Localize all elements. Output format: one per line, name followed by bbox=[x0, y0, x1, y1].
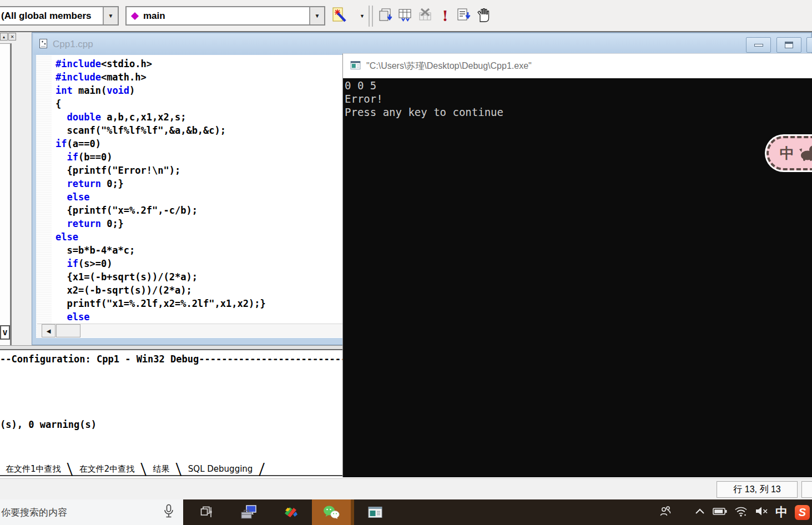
console-taskbar-button[interactable] bbox=[354, 499, 396, 525]
hand-icon bbox=[476, 7, 490, 25]
scroll-left-button[interactable]: ◀ bbox=[42, 324, 56, 337]
members-combo-dropdown-icon[interactable]: ▼ bbox=[103, 7, 118, 24]
people-icon[interactable] bbox=[659, 505, 672, 519]
taskbar: 你要搜索的内容 bbox=[0, 499, 812, 525]
task-view-button[interactable] bbox=[185, 499, 228, 525]
workspace-panel bbox=[0, 43, 12, 350]
wizardbar-dropdown-icon[interactable]: ▼ bbox=[360, 13, 365, 19]
function-combo[interactable]: main ▼ bbox=[125, 6, 325, 26]
stop-build-button[interactable] bbox=[415, 7, 435, 26]
output-tab-1[interactable]: 在文件1中查找 bbox=[0, 464, 67, 474]
restore-icon bbox=[785, 42, 793, 48]
console-title-bar[interactable]: "C:\Users\苏瑾\Desktop\Debug\Cpp1.exe" bbox=[343, 54, 812, 78]
workspace-pane-sliver: ▴ ✕ v bbox=[0, 32, 32, 345]
build-icon bbox=[397, 7, 413, 25]
close-button[interactable] bbox=[806, 37, 812, 53]
editor-title-bar[interactable]: Cpp1.cpp bbox=[33, 34, 810, 55]
ime-mode-indicator[interactable]: 中 bbox=[775, 504, 788, 521]
scrollbar-thumb[interactable] bbox=[56, 324, 80, 337]
console-line: Press any key to continue bbox=[345, 105, 812, 119]
output-tab-3[interactable]: 结果 bbox=[148, 464, 175, 474]
taskbar-apps bbox=[185, 499, 396, 525]
console-line: Error! bbox=[345, 92, 812, 105]
tray-expand-chevron-icon[interactable] bbox=[694, 507, 705, 517]
console-output[interactable]: 0 0 5Error!Press any key to continue bbox=[343, 78, 812, 477]
tab-separator: \ bbox=[140, 460, 147, 477]
function-combo-dropdown-icon[interactable]: ▼ bbox=[309, 7, 324, 24]
desktop: (All global members ▼ main ▼ ▼ bbox=[0, 0, 812, 525]
dock-pin-button[interactable]: ▴ bbox=[0, 33, 8, 41]
execute-program-button[interactable]: ! bbox=[435, 7, 455, 26]
volume-muted-icon[interactable] bbox=[755, 506, 768, 519]
members-combo[interactable]: (All global members ▼ bbox=[0, 6, 119, 26]
status-bar: 行 13, 列 13 bbox=[0, 478, 812, 499]
toolbar-gripper bbox=[369, 6, 373, 27]
search-placeholder: 你要搜索的内容 bbox=[0, 506, 162, 519]
minimize-icon bbox=[754, 44, 763, 47]
taskbar-search-box[interactable]: 你要搜索的内容 bbox=[0, 499, 183, 525]
compile-button[interactable] bbox=[375, 7, 395, 26]
ime-pill-label: 中 bbox=[780, 146, 794, 160]
output-tabs: 在文件1中查找\在文件2中查找\结果\SQL Debugging/ bbox=[0, 461, 266, 477]
selection-margin bbox=[36, 55, 52, 338]
tab-separator: \ bbox=[67, 460, 74, 477]
compile-icon bbox=[377, 7, 393, 25]
output-tab-2[interactable]: 在文件2中查找 bbox=[74, 464, 140, 474]
microphone-icon[interactable] bbox=[162, 504, 175, 521]
build-configuration-line: --Configuration: Cpp1 - Win32 Debug-----… bbox=[0, 354, 346, 365]
console-line: 0 0 5 bbox=[345, 79, 812, 92]
cursor-position-indicator: 行 13, 列 13 bbox=[717, 481, 798, 498]
ime-floating-pill[interactable]: 中 bbox=[766, 136, 812, 170]
output-tab-4[interactable]: SQL Debugging bbox=[183, 464, 259, 474]
workspace-corner-tab[interactable]: v bbox=[0, 325, 10, 340]
battery-icon[interactable] bbox=[713, 506, 727, 519]
cpp-file-icon bbox=[39, 38, 48, 51]
dog-icon bbox=[799, 143, 812, 164]
restore-button[interactable] bbox=[776, 37, 801, 53]
system-tray: 中 S bbox=[659, 499, 810, 525]
wechat-taskbar-button[interactable] bbox=[312, 499, 354, 525]
sogou-input-icon[interactable]: S bbox=[795, 505, 810, 520]
build-button[interactable] bbox=[395, 7, 415, 26]
vc6-taskbar-button[interactable] bbox=[228, 499, 270, 525]
stop-build-icon bbox=[417, 7, 433, 25]
msdev-taskbar-button[interactable] bbox=[270, 499, 312, 525]
wifi-icon[interactable] bbox=[734, 505, 748, 519]
wizardbar-action-button[interactable] bbox=[329, 7, 349, 26]
dock-close-button[interactable]: ✕ bbox=[8, 33, 16, 41]
execute-icon: ! bbox=[442, 8, 448, 24]
toggle-breakpoint-button[interactable] bbox=[473, 7, 493, 26]
build-result-line: (s), 0 warning(s) bbox=[0, 419, 97, 430]
console-window-icon bbox=[350, 60, 361, 72]
go-icon bbox=[456, 7, 472, 25]
console-window-title: "C:\Users\苏瑾\Desktop\Debug\Cpp1.exe" bbox=[366, 60, 532, 72]
go-button[interactable] bbox=[454, 7, 474, 26]
tab-separator: \ bbox=[175, 460, 183, 477]
tab-separator: / bbox=[258, 460, 265, 477]
console-window: "C:\Users\苏瑾\Desktop\Debug\Cpp1.exe" 0 0… bbox=[342, 53, 812, 477]
members-combo-value: (All global members bbox=[0, 11, 103, 22]
status-cell-stub bbox=[801, 481, 812, 498]
wizard-icon bbox=[331, 7, 346, 26]
editor-window-title: Cpp1.cpp bbox=[53, 39, 93, 50]
function-combo-value: main bbox=[138, 11, 309, 22]
wizard-toolbar: (All global members ▼ main ▼ ▼ bbox=[0, 0, 812, 32]
minimize-button[interactable] bbox=[746, 37, 771, 53]
